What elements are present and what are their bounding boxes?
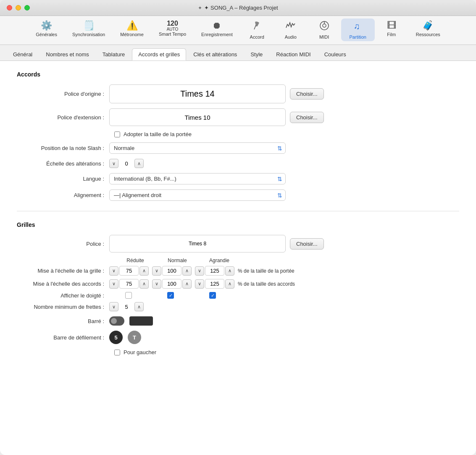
toolbar-accord-label: Accord xyxy=(250,34,264,39)
doigte-normale-checkbox[interactable]: ✓ xyxy=(167,292,174,299)
position-select[interactable]: Normale xyxy=(109,142,286,154)
accords-section: Accords Police d'origine : Times 14 Choi… xyxy=(17,71,459,201)
barre-label: Barré : xyxy=(17,318,109,324)
adopter-checkbox[interactable] xyxy=(114,132,120,137)
section-divider xyxy=(17,211,459,211)
toolbar-audio[interactable]: Audio xyxy=(274,18,308,41)
toolbar-metronome[interactable]: ⚠️ Métronome xyxy=(113,18,151,41)
langue-row: Langue : International (B, Bb, F#...) ⇅ xyxy=(17,173,459,184)
chord-icon xyxy=(252,20,263,34)
grille-reduite-input[interactable] xyxy=(119,266,139,276)
doigte-agrandie-cell: ✓ xyxy=(193,292,232,299)
tab-couleurs[interactable]: Couleurs xyxy=(318,48,352,60)
toolbar-accord[interactable]: Accord xyxy=(240,18,274,41)
partition-icon: ♫ xyxy=(352,20,363,34)
mise-accords-suffix: % de la taille des accords xyxy=(238,281,295,287)
adopter-label: Adopter la taille de la portée xyxy=(124,131,192,137)
grille-normale-input[interactable] xyxy=(162,266,181,276)
record-icon: ⏺ xyxy=(212,20,221,31)
mise-accords-label: Mise à l'échelle des accords : xyxy=(17,281,109,287)
grille-agrandie-up[interactable]: ∧ xyxy=(225,266,234,276)
minimize-button[interactable] xyxy=(16,5,21,11)
pour-gaucher-checkbox[interactable] xyxy=(114,350,120,355)
grilles-police-row: Police : Times 8 Choisir... xyxy=(17,235,459,252)
langue-label: Langue : xyxy=(17,176,109,182)
resources-icon: 🧳 xyxy=(422,20,434,31)
mise-accords-row: Mise à l'échelle des accords : ∨ ∧ ∨ ∧ ∨ xyxy=(17,279,459,289)
accords-agrandie-input[interactable] xyxy=(205,279,224,289)
tabbar: Général Nombres et noms Tablature Accord… xyxy=(0,45,476,61)
echelle-value: 0 xyxy=(120,160,133,167)
toolbar-midi[interactable]: MIDI xyxy=(308,18,341,41)
accords-reduite-input[interactable] xyxy=(119,279,139,289)
accords-normale-up[interactable]: ∧ xyxy=(182,279,192,289)
police-extension-label: Police d'extension : xyxy=(17,114,109,121)
col-agrandie: Agrandie xyxy=(198,258,240,263)
accords-reduite-down[interactable]: ∨ xyxy=(109,279,118,289)
echelle-down-button[interactable]: ∨ xyxy=(109,159,118,168)
choisir-origine-button[interactable]: Choisir... xyxy=(290,88,324,100)
toolbar-generales[interactable]: ⚙️ Générales xyxy=(28,18,65,41)
nb-frettes-row: Nombre minimum de frettes : ∨ 5 ∧ xyxy=(17,302,459,311)
toolbar-midi-label: MIDI xyxy=(319,34,329,39)
tab-cles[interactable]: Clés et altérations xyxy=(187,48,243,60)
grilles-section: Grilles Police : Times 8 Choisir... Rédu… xyxy=(17,221,459,355)
toolbar-generales-label: Générales xyxy=(36,32,57,37)
toolbar-ressources[interactable]: 🧳 Ressources xyxy=(408,18,448,41)
toolbar-enregistrement[interactable]: ⏺ Enregistrement xyxy=(194,18,240,41)
adopter-row: Adopter la taille de la portée xyxy=(114,131,459,137)
pour-gaucher-label: Pour gaucher xyxy=(124,349,156,355)
maximize-button[interactable] xyxy=(24,5,30,11)
choisir-extension-button[interactable]: Choisir... xyxy=(290,112,324,123)
frettes-up-button[interactable]: ∧ xyxy=(134,302,144,311)
grille-reduite-down[interactable]: ∨ xyxy=(109,266,118,276)
police-extension-row: Police d'extension : Times 10 Choisir... xyxy=(17,108,459,126)
traffic-lights xyxy=(7,5,30,11)
toolbar-sync-label: Synchronisation xyxy=(72,32,105,37)
echelle-up-button[interactable]: ∧ xyxy=(134,159,144,168)
doigte-agrandie-checkbox[interactable]: ✓ xyxy=(209,292,216,299)
mise-grille-reduite-cell: ∨ ∧ xyxy=(109,266,149,276)
toolbar-film-label: Film xyxy=(387,32,396,37)
choisir-grilles-button[interactable]: Choisir... xyxy=(290,238,324,250)
alignement-select[interactable]: —| Alignement droit xyxy=(109,189,286,201)
echelle-label: Échelle des altérations : xyxy=(17,160,109,167)
barre-sym1[interactable] xyxy=(109,316,124,326)
accords-agrandie-up[interactable]: ∧ xyxy=(225,279,234,289)
toolbar-audio-label: Audio xyxy=(285,34,297,39)
title-text: ✦ SONG_A – Réglages Projet xyxy=(204,5,278,11)
police-origine-row: Police d'origine : Times 14 Choisir... xyxy=(17,84,459,103)
mise-grille-row: Mise à l'échelle de la grille : ∨ ∧ ∨ ∧ … xyxy=(17,266,459,276)
accords-agrandie-down[interactable]: ∨ xyxy=(195,279,204,289)
tab-general[interactable]: Général xyxy=(7,48,39,60)
toolbar-metro-label: Métronome xyxy=(120,32,144,37)
grille-normale-down[interactable]: ∨ xyxy=(152,266,161,276)
mise-grille-agrandie-cell: ∨ ∧ xyxy=(195,266,234,276)
tab-reaction[interactable]: Réaction MIDI xyxy=(270,48,317,60)
frettes-down-button[interactable]: ∨ xyxy=(109,302,118,311)
tab-accords[interactable]: Accords et grilles xyxy=(132,48,186,60)
police-extension-value: Times 10 xyxy=(184,114,210,121)
barre-sym2[interactable] xyxy=(129,316,153,326)
tab-tablature[interactable]: Tablature xyxy=(96,48,131,60)
toolbar-partition[interactable]: ♫ Partition xyxy=(341,18,375,41)
doigte-reduite-checkbox[interactable] xyxy=(125,292,132,299)
grille-reduite-up[interactable]: ∧ xyxy=(139,266,149,276)
scroll-circle-5[interactable]: 5 xyxy=(109,331,123,344)
toolbar-synchronisation[interactable]: 🗒️ Synchronisation xyxy=(65,18,113,41)
tab-nombres[interactable]: Nombres et noms xyxy=(39,48,95,60)
toolbar-film[interactable]: 🎞 Film xyxy=(375,18,408,41)
toolbar-smart-tempo[interactable]: 120 AUTO Smart Tempo xyxy=(151,18,194,41)
scroll-circle-t[interactable]: T xyxy=(128,331,141,344)
grille-agrandie-down[interactable]: ∨ xyxy=(195,266,204,276)
position-label: Position de la note Slash : xyxy=(17,145,109,151)
grille-agrandie-input[interactable] xyxy=(205,266,224,276)
accords-normale-down[interactable]: ∨ xyxy=(152,279,161,289)
accords-reduite-up[interactable]: ∧ xyxy=(139,279,149,289)
grille-normale-up[interactable]: ∧ xyxy=(182,266,192,276)
echelle-row: Échelle des altérations : ∨ 0 ∧ xyxy=(17,159,459,168)
close-button[interactable] xyxy=(7,5,12,11)
tab-style[interactable]: Style xyxy=(244,48,269,60)
accords-normale-input[interactable] xyxy=(162,279,181,289)
langue-select[interactable]: International (B, Bb, F#...) xyxy=(109,173,286,184)
